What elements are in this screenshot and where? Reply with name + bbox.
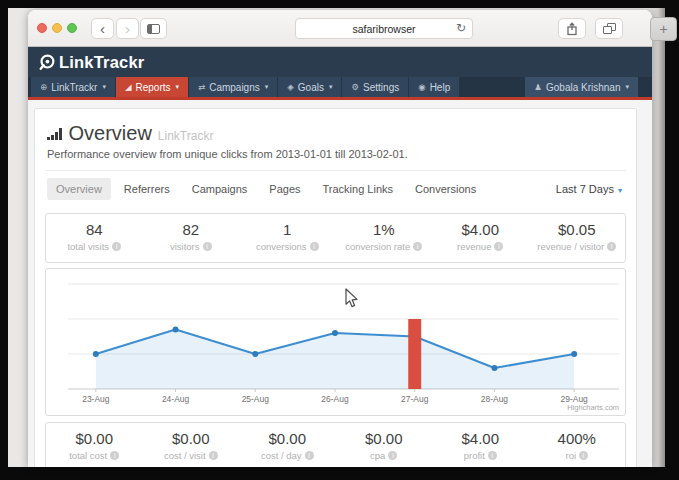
svg-text:24-Aug: 24-Aug [162,394,190,404]
globe-icon: ⊕ [40,82,47,92]
stat-label: cost / dayi [239,450,336,461]
chevron-left-icon: ‹ [100,21,105,36]
tab-tracking-links[interactable]: Tracking Links [314,178,403,200]
menu-item-reports[interactable]: ◢Reports▾ [116,77,188,97]
svg-text:Highcharts.com: Highcharts.com [567,403,619,412]
tab-overview[interactable]: Overview [47,178,111,200]
forward-button[interactable]: › [116,18,139,39]
stat-roi: 400%roii [529,423,626,467]
diamond-icon: ◈ [287,82,294,92]
info-icon[interactable]: i [112,242,121,251]
menu-item-settings[interactable]: ⚙Settings [342,77,408,97]
stat-value: $0.05 [529,221,626,238]
caret-down-icon: ▾ [176,83,180,91]
svg-text:28-Aug: 28-Aug [481,394,509,404]
stat-total-visits: 84total visitsi [46,214,143,262]
back-button[interactable]: ‹ [91,18,114,39]
stat-label: cpai [336,450,433,461]
date-range-selector[interactable]: Last 7 Days ▾ [556,183,622,195]
stat-value: $0.00 [239,430,336,447]
stat-cost-visit: $0.00cost / visiti [143,423,240,467]
svg-text:26-Aug: 26-Aug [321,394,349,404]
info-icon[interactable]: i [494,242,503,251]
stat-label-text: visitors [170,241,200,252]
page-title-suffix: LinkTrackr [158,129,214,143]
browser-toolbar: ‹ › safaribrowser ↻ [28,10,652,47]
stat-label-text: profit [464,450,485,461]
stat-value: 400% [529,430,626,447]
stat-label-text: cpa [370,450,385,461]
stat-conversion-rate: 1%conversion ratei [336,214,433,262]
tab-referrers[interactable]: Referrers [115,178,179,200]
menu-item-label: Reports [136,82,171,93]
info-icon[interactable]: i [110,451,119,460]
info-icon[interactable]: i [388,451,397,460]
info-icon[interactable]: i [209,451,218,460]
main-panel: Overview LinkTrackr Performance overview… [34,108,637,467]
stat-value: $0.00 [46,430,143,447]
stat-revenue: $4.00revenuei [432,214,529,262]
svg-text:27-Aug: 27-Aug [401,394,429,404]
tab-conversions[interactable]: Conversions [406,178,485,200]
info-icon[interactable]: i [310,242,319,251]
caret-down-icon: ▾ [625,83,629,91]
stat-label-text: conversions [256,241,307,252]
stat-cost-day: $0.00cost / dayi [239,423,336,467]
info-icon[interactable]: i [203,242,212,251]
app-logo[interactable]: LinkTrackr [38,53,144,72]
stat-value: $4.00 [432,221,529,238]
info-icon[interactable]: i [579,451,588,460]
menu-item-goals[interactable]: ◈Goals▾ [278,77,341,97]
share-icon [566,22,578,36]
caret-down-icon: ▾ [329,83,333,91]
address-bar[interactable]: safaribrowser ↻ [295,18,473,39]
page-description: Performance overview from unique clicks … [47,148,624,160]
stat-cpa: $0.00cpai [336,423,433,467]
caret-down-icon: ▾ [102,83,106,91]
info-icon[interactable]: i [305,451,314,460]
stat-label-text: conversion rate [345,241,410,252]
stat-label-text: revenue / visitor [537,241,604,252]
stats-row-top: 84total visitsi82visitorsi1conversionsi1… [45,213,626,263]
tab-campaigns[interactable]: Campaigns [183,178,257,200]
close-window-button[interactable] [37,23,47,33]
stat-label-text: total visits [67,241,109,252]
user-menu[interactable]: ♟Gobala Krishnan▾ [525,77,638,97]
refresh-icon[interactable]: ↻ [456,21,466,35]
info-icon[interactable]: i [488,451,497,460]
info-icon[interactable]: i [413,242,422,251]
share-button[interactable] [558,18,586,39]
wrench-icon: ⚙ [351,82,359,92]
menu-item-help[interactable]: ◉Help [409,77,459,97]
stat-label: total costi [46,450,143,461]
stat-label: total visitsi [46,241,143,252]
menu-item-label: Campaigns [209,82,260,93]
stat-visitors: 82visitorsi [143,214,240,262]
date-range-label: Last 7 Days [556,183,614,195]
caret-down-icon: ▾ [618,186,622,195]
stat-total-cost: $0.00total costi [46,423,143,467]
report-tabs: OverviewReferrersCampaignsPagesTracking … [45,171,626,207]
info-icon[interactable]: i [607,242,616,251]
tab-pages[interactable]: Pages [260,178,309,200]
new-tab-button[interactable]: + [650,17,677,41]
stat-label-text: total cost [69,450,107,461]
stat-value: $0.00 [336,430,433,447]
show-tabs-button[interactable] [595,18,623,39]
minimize-window-button[interactable] [52,23,62,33]
linktrackr-logo-icon [38,53,56,71]
bar-chart-header-icon [47,127,62,140]
address-bar-text: safaribrowser [352,23,415,35]
sidebar-toggle-button[interactable] [140,18,167,39]
menu-item-campaigns[interactable]: ⇄Campaigns▾ [189,77,277,97]
stat-value: $0.00 [143,430,240,447]
zoom-window-button[interactable] [67,23,77,33]
performance-chart: 23-Aug24-Aug25-Aug26-Aug27-Aug28-Aug29-A… [46,269,625,415]
stat-label-text: cost / day [261,450,302,461]
sidebar-icon [147,24,160,34]
menu-item-linktrackr[interactable]: ⊕LinkTrackr▾ [31,77,115,97]
app-menubar: ⊕LinkTrackr▾◢Reports▾⇄Campaigns▾◈Goals▾⚙… [28,77,652,100]
caret-down-icon: ▾ [265,83,269,91]
stat-label: visitorsi [143,241,240,252]
stat-label: revenue / visitori [529,241,626,252]
